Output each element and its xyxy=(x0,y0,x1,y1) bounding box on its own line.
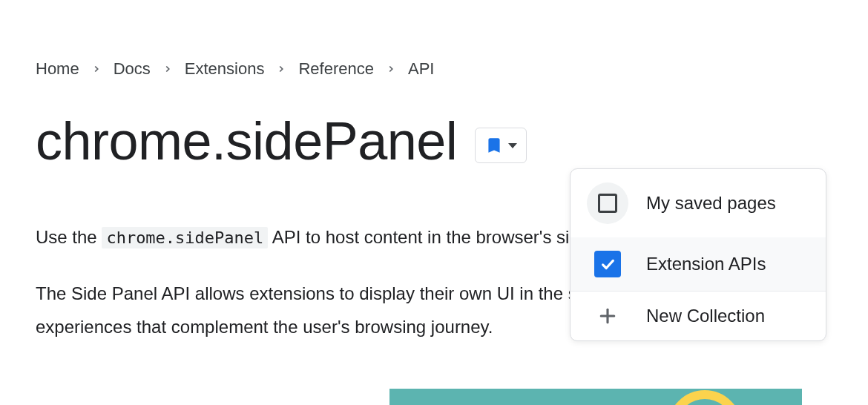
code-inline: chrome.sidePanel xyxy=(102,227,268,248)
plus-icon xyxy=(587,305,628,327)
dropdown-item-label: Extension APIs xyxy=(646,254,766,274)
dropdown-item-label: My saved pages xyxy=(646,193,776,214)
bookmark-icon xyxy=(484,136,504,155)
chevron-right-icon xyxy=(386,64,396,74)
dropdown-item-extension-apis[interactable]: Extension APIs xyxy=(571,237,826,291)
bookmark-dropdown-button[interactable] xyxy=(475,128,527,163)
breadcrumb-docs[interactable]: Docs xyxy=(114,59,151,79)
dropdown-new-collection[interactable]: New Collection xyxy=(571,292,826,340)
caret-down-icon xyxy=(508,143,517,148)
breadcrumb-extensions[interactable]: Extensions xyxy=(185,59,265,79)
chevron-right-icon xyxy=(91,64,102,74)
checkbox-checked-icon xyxy=(587,251,628,277)
chevron-right-icon xyxy=(276,64,286,74)
breadcrumb-home[interactable]: Home xyxy=(36,59,79,79)
chevron-right-icon xyxy=(162,64,173,74)
dropdown-item-my-saved-pages[interactable]: My saved pages xyxy=(571,169,826,237)
breadcrumb: Home Docs Extensions Reference API xyxy=(36,59,868,79)
page-title: chrome.sidePanel xyxy=(36,114,457,168)
checkbox-unchecked-icon xyxy=(587,182,628,224)
breadcrumb-api[interactable]: API xyxy=(408,59,434,79)
dropdown-item-label: New Collection xyxy=(646,306,765,326)
breadcrumb-reference[interactable]: Reference xyxy=(298,59,374,79)
decorative-teal-bar xyxy=(389,389,802,405)
bookmark-dropdown-menu: My saved pages Extension APIs New Collec… xyxy=(570,168,826,341)
